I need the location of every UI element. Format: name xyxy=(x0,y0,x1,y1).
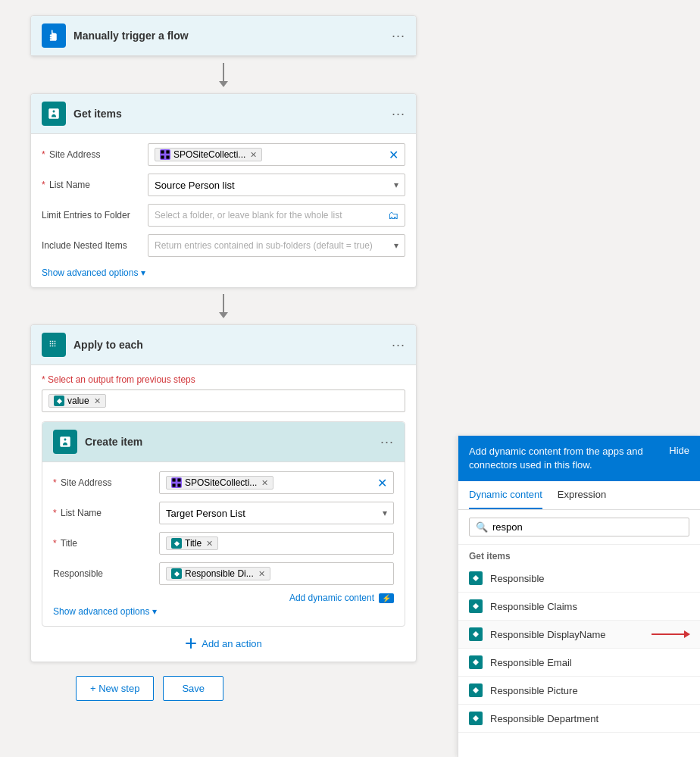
dynamic-item-2[interactable]: Responsible DisplayName xyxy=(458,621,700,649)
output-field[interactable]: value ✕ xyxy=(42,389,405,412)
dynamic-badge: ⚡ xyxy=(379,593,394,603)
svg-rect-4 xyxy=(172,478,175,481)
create-title-tag-label: Title xyxy=(185,538,202,549)
dynamic-item-5[interactable]: Responsible Department xyxy=(458,705,700,733)
get-items-title: Get items xyxy=(73,108,392,120)
create-site-address-clear[interactable]: ✕ xyxy=(377,476,387,490)
list-name-value: Source Person list xyxy=(155,180,235,191)
create-title-label: * Title xyxy=(53,538,159,549)
apply-each-body: * Select an output from previous steps v… xyxy=(31,365,416,662)
output-tag-close[interactable]: ✕ xyxy=(94,396,101,406)
create-site-address-tag: SPOSiteCollecti... ✕ xyxy=(166,476,273,490)
save-label: Save xyxy=(182,683,205,694)
apply-each-header: Apply to each ··· xyxy=(31,325,416,365)
svg-rect-5 xyxy=(177,478,180,481)
output-tag-icon xyxy=(54,396,64,406)
apply-each-more-menu[interactable]: ··· xyxy=(392,337,405,353)
bottom-buttons: + New step Save xyxy=(30,676,223,701)
limit-entries-folder-icon: 🗂 xyxy=(388,209,398,221)
tab-expression[interactable]: Expression xyxy=(558,481,606,509)
create-item-card: Create item ··· * Site Address xyxy=(42,421,405,627)
dynamic-item-icon-1 xyxy=(469,599,483,613)
dynamic-content-panel: Add dynamic content from the apps and co… xyxy=(458,436,700,757)
limit-entries-placeholder: Select a folder, or leave blank for the … xyxy=(155,210,342,221)
create-show-advanced-chevron: ▾ xyxy=(152,606,157,617)
create-site-address-row: * Site Address SPOSiteCollecti... ✕ ✕ xyxy=(53,471,394,494)
create-responsible-label: Responsible xyxy=(53,568,159,579)
create-site-address-tag-label: SPOSiteCollecti... xyxy=(185,477,257,488)
create-title-field[interactable]: Title ✕ xyxy=(159,532,394,555)
dynamic-item-4[interactable]: Responsible Picture xyxy=(458,677,700,705)
create-list-name-chevron: ▾ xyxy=(383,508,387,518)
output-tag: value ✕ xyxy=(48,394,106,408)
dynamic-item-1[interactable]: Responsible Claims xyxy=(458,593,700,621)
save-button[interactable]: Save xyxy=(163,676,223,701)
site-address-tag-label: SPOSiteCollecti... xyxy=(173,149,245,160)
create-title-tag: Title ✕ xyxy=(166,536,218,550)
dynamic-item-label-5: Responsible Department xyxy=(490,713,689,724)
include-nested-placeholder: Return entries contained in sub-folders … xyxy=(155,240,373,251)
create-item-more-menu[interactable]: ··· xyxy=(380,434,394,450)
create-responsible-field[interactable]: Responsible Di... ✕ xyxy=(159,562,394,585)
svg-rect-2 xyxy=(161,155,164,158)
create-site-address-tag-close[interactable]: ✕ xyxy=(261,478,268,488)
get-items-show-advanced[interactable]: Show advanced options ▾ xyxy=(42,267,145,278)
site-address-clear[interactable]: ✕ xyxy=(389,148,398,162)
dynamic-item-label-4: Responsible Picture xyxy=(490,685,689,696)
list-name-chevron: ▾ xyxy=(394,180,398,190)
create-responsible-tag-close[interactable]: ✕ xyxy=(258,569,265,579)
get-items-show-advanced-chevron: ▾ xyxy=(141,267,145,278)
trigger-card: Manually trigger a flow ··· xyxy=(30,15,417,57)
new-step-button[interactable]: + New step xyxy=(76,676,154,701)
dynamic-item-3[interactable]: Responsible Email xyxy=(458,649,700,677)
get-items-more-menu[interactable]: ··· xyxy=(392,106,405,122)
dynamic-item-0[interactable]: Responsible xyxy=(458,565,700,593)
create-list-name-value: Target Person List xyxy=(166,508,245,519)
site-address-tag-close[interactable]: ✕ xyxy=(250,150,257,160)
dynamic-item-icon-0 xyxy=(469,571,483,585)
add-dynamic-link[interactable]: Add dynamic content ⚡ xyxy=(289,593,394,603)
spo-icon xyxy=(160,149,170,160)
add-action-button[interactable]: Add an action xyxy=(185,637,262,649)
create-responsible-row: Responsible Responsible Di... ✕ xyxy=(53,562,394,585)
search-box[interactable]: 🔍 xyxy=(469,518,689,536)
dynamic-item-icon-5 xyxy=(469,712,483,725)
tab-dynamic-content[interactable]: Dynamic content xyxy=(469,481,542,509)
dynamic-item-icon-4 xyxy=(469,683,483,697)
list-name-field[interactable]: Source Person list ▾ xyxy=(148,174,405,196)
add-action-row: Add an action xyxy=(42,627,405,652)
create-show-advanced[interactable]: Show advanced options ▾ xyxy=(53,606,157,617)
panel-section-label: Get items xyxy=(458,545,700,565)
create-item-icon xyxy=(53,430,77,454)
hide-button[interactable]: Hide xyxy=(669,445,689,456)
dynamic-item-icon-3 xyxy=(469,655,483,669)
dynamic-panel-header: Add dynamic content from the apps and co… xyxy=(458,436,700,481)
create-site-address-field[interactable]: SPOSiteCollecti... ✕ ✕ xyxy=(159,471,394,494)
create-title-tag-close[interactable]: ✕ xyxy=(206,539,213,549)
create-spo-icon xyxy=(171,477,182,488)
limit-entries-label: Limit Entries to Folder xyxy=(42,210,148,221)
add-dynamic-row: Add dynamic content ⚡ xyxy=(53,593,394,603)
include-nested-label: Include Nested Items xyxy=(42,240,148,251)
limit-entries-field[interactable]: Select a folder, or leave blank for the … xyxy=(148,204,405,227)
create-list-name-label: * List Name xyxy=(53,508,159,518)
create-list-name-field[interactable]: Target Person List ▾ xyxy=(159,502,394,524)
list-name-label: * List Name xyxy=(42,180,148,190)
trigger-title: Manually trigger a flow xyxy=(73,30,392,42)
create-responsible-tag: Responsible Di... ✕ xyxy=(166,567,270,580)
create-responsible-tag-icon xyxy=(171,568,182,579)
site-address-label: * Site Address xyxy=(42,149,148,160)
apply-each-card: Apply to each ··· * Select an output fro… xyxy=(30,324,417,662)
dynamic-item-label-3: Responsible Email xyxy=(490,657,689,668)
get-items-header: Get items ··· xyxy=(31,94,416,134)
search-input[interactable] xyxy=(492,521,683,533)
site-address-field[interactable]: SPOSiteCollecti... ✕ ✕ xyxy=(148,143,405,166)
create-list-name-row: * List Name Target Person List ▾ xyxy=(53,502,394,524)
svg-rect-3 xyxy=(166,155,169,158)
trigger-more-menu[interactable]: ··· xyxy=(392,28,405,44)
search-area: 🔍 xyxy=(458,510,700,545)
add-action-label: Add an action xyxy=(202,638,262,649)
svg-rect-1 xyxy=(166,150,169,153)
output-tag-label: value xyxy=(67,396,89,406)
include-nested-field[interactable]: Return entries contained in sub-folders … xyxy=(148,234,405,257)
